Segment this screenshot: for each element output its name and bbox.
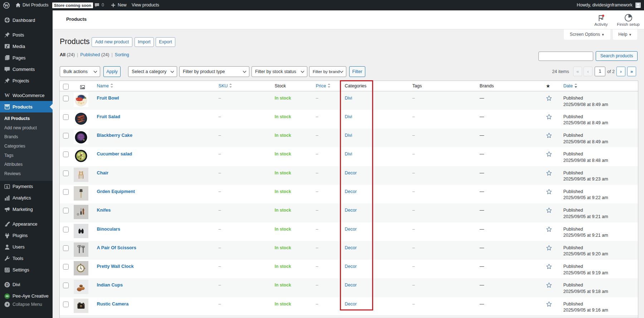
svg-text:W: W (4, 3, 9, 8)
svg-text:D: D (6, 283, 9, 287)
svg-text:$: $ (6, 184, 8, 188)
svg-text:W: W (5, 92, 10, 98)
